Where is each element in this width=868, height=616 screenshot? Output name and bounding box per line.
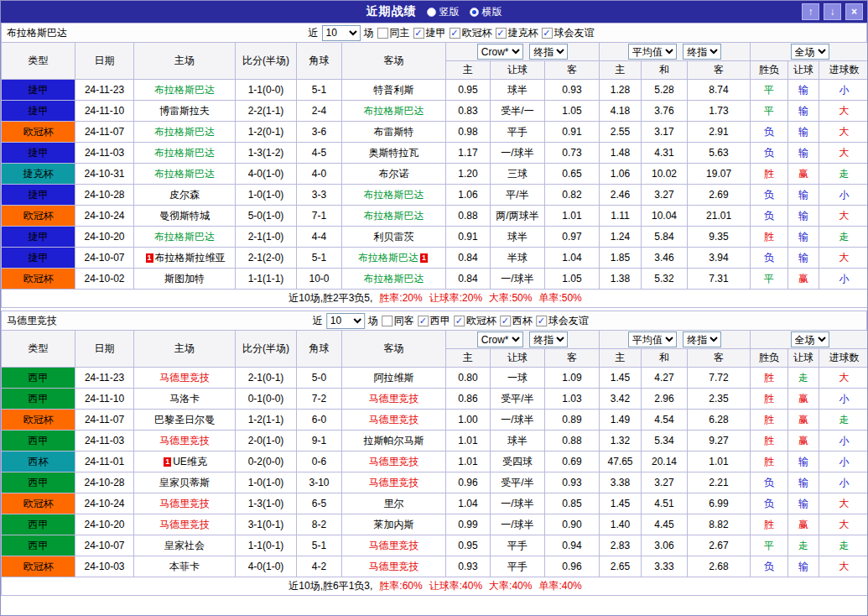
score-cell[interactable]: 1-3(1-2) [236, 143, 297, 164]
away-team-cell[interactable]: 特普利斯 [342, 80, 446, 101]
score-cell[interactable]: 1-1(0-1) [236, 535, 297, 556]
away-team-cell[interactable]: 奥斯特拉瓦 [342, 143, 446, 164]
col-handicap-result: 让球 [788, 349, 819, 368]
home-team-cell[interactable]: 皇家贝蒂斯 [134, 472, 236, 493]
games-count-select[interactable]: 10 [326, 313, 365, 329]
away-team-cell[interactable]: 布拉格斯巴达1 [342, 248, 446, 269]
score-cell[interactable]: 2-1(2-0) [236, 248, 297, 269]
away-team-cell[interactable]: 布拉格斯巴达 [342, 101, 446, 122]
score-cell[interactable]: 2-2(1-1) [236, 101, 297, 122]
close-button[interactable]: × [845, 3, 863, 20]
odds-time-select[interactable]: 终指 [529, 44, 568, 60]
avg-home-cell: 2.83 [600, 535, 642, 556]
league-filter-checkbox[interactable]: 球会友谊 [536, 314, 589, 328]
score-cell[interactable]: 4-0(1-0) [236, 164, 297, 185]
away-team-cell[interactable]: 马德里竞技 [342, 389, 446, 410]
home-team-cell[interactable]: 布拉格斯巴达 [134, 122, 236, 143]
away-team-cell[interactable]: 布雷斯特 [342, 122, 446, 143]
score-cell[interactable]: 5-0(1-0) [236, 206, 297, 227]
away-team-cell[interactable]: 马德里竞技 [342, 410, 446, 431]
bookmaker-select[interactable]: Crow* [477, 44, 523, 60]
date-cell: 24-10-28 [75, 472, 134, 493]
layout-radio-horizontal[interactable]: 横版 [470, 5, 502, 19]
score-cell[interactable]: 2-1(0-1) [236, 368, 297, 389]
league-filter-checkbox[interactable]: 西甲 [418, 314, 450, 328]
league-filter-checkbox[interactable]: 球会友谊 [541, 26, 594, 40]
home-team-cell[interactable]: 马德里竞技 [134, 368, 236, 389]
home-team-cell[interactable]: 马洛卡 [134, 389, 236, 410]
home-team-cell[interactable]: 布拉格斯巴达 [134, 80, 236, 101]
match-scope-select[interactable]: 全场 [791, 331, 829, 347]
score-cell[interactable]: 1-1(0-0) [236, 80, 297, 101]
away-team-cell[interactable]: 马德里竞技 [342, 556, 446, 577]
home-team-cell[interactable]: 布拉格斯巴达 [134, 227, 236, 248]
away-team-cell[interactable]: 莱加内斯 [342, 514, 446, 535]
score-cell[interactable]: 1-3(1-0) [236, 493, 297, 514]
team-name-text: 布尔诺 [379, 168, 409, 180]
home-team-cell[interactable]: 本菲卡 [134, 556, 236, 577]
away-team-cell[interactable]: 布尔诺 [342, 164, 446, 185]
move-down-button[interactable]: ↓ [824, 3, 841, 20]
score-cell[interactable]: 2-1(1-0) [236, 227, 297, 248]
odds-time-select[interactable]: 终指 [529, 331, 568, 347]
same-venue-checkbox[interactable]: 同客 [382, 314, 414, 328]
odds-home-cell: 0.84 [446, 269, 491, 290]
move-up-button[interactable]: ↑ [802, 3, 819, 20]
score-cell[interactable]: 0-2(0-0) [236, 452, 297, 472]
home-team-cell[interactable]: 曼彻斯特城 [134, 206, 236, 227]
home-team-cell[interactable]: 1UE维克 [134, 452, 236, 472]
score-cell[interactable]: 0-1(0-0) [236, 389, 297, 410]
away-team-cell[interactable]: 利贝雷茨 [342, 227, 446, 248]
average-select[interactable]: 平均值 [628, 44, 677, 60]
away-team-cell[interactable]: 布拉格斯巴达 [342, 185, 446, 206]
league-filter-checkbox[interactable]: 欧冠杯 [454, 314, 496, 328]
rate-stat: 大率:50% [489, 292, 532, 304]
score-cell[interactable]: 1-2(1-1) [236, 410, 297, 431]
away-team-cell[interactable]: 马德里竞技 [342, 535, 446, 556]
corners-cell: 4-0 [297, 164, 342, 185]
away-team-cell[interactable]: 里尔 [342, 493, 446, 514]
home-team-cell[interactable]: 1布拉格斯拉维亚 [134, 248, 236, 269]
score-cell[interactable]: 4-0(1-0) [236, 556, 297, 577]
avg-time-select[interactable]: 终指 [683, 44, 721, 60]
layout-radio-vertical[interactable]: 竖版 [427, 5, 460, 19]
score-cell[interactable]: 1-1(1-1) [236, 269, 297, 290]
average-select[interactable]: 平均值 [628, 331, 677, 347]
score-cell[interactable]: 1-2(0-1) [236, 122, 297, 143]
away-team-cell[interactable]: 布拉格斯巴达 [342, 206, 446, 227]
match-scope-select[interactable]: 全场 [791, 44, 829, 60]
score-cell[interactable]: 3-1(0-1) [236, 514, 297, 535]
league-filter-checkbox[interactable]: 西杯 [500, 314, 533, 328]
home-team-cell[interactable]: 布拉格斯巴达 [134, 164, 236, 185]
topbar-center: 近期战绩 竖版 横版 [366, 4, 502, 19]
home-team-cell[interactable]: 巴黎圣日尔曼 [134, 410, 236, 431]
home-team-cell[interactable]: 斯图加特 [134, 269, 236, 290]
league-filter-checkbox[interactable]: 捷克杯 [495, 26, 538, 40]
bookmaker-select[interactable]: Crow* [477, 331, 523, 347]
score-cell[interactable]: 1-0(1-0) [236, 185, 297, 206]
league-filter-checkbox[interactable]: 欧冠杯 [449, 26, 491, 40]
home-team-cell[interactable]: 皮尔森 [134, 185, 236, 206]
away-team-cell[interactable]: 拉斯帕尔马斯 [342, 431, 446, 452]
handicap-result-cell: 输 [788, 206, 819, 227]
date-cell: 24-11-10 [75, 389, 134, 410]
away-team-cell[interactable]: 马德里竞技 [342, 452, 446, 472]
league-filter-checkbox[interactable]: 捷甲 [413, 26, 445, 40]
score-cell[interactable]: 1-0(1-0) [236, 472, 297, 493]
handicap-result-cell: 输 [788, 452, 819, 472]
home-team-cell[interactable]: 马德里竞技 [134, 514, 236, 535]
home-team-cell[interactable]: 马德里竞技 [134, 493, 236, 514]
home-team-cell[interactable]: 博雷斯拉夫 [134, 101, 236, 122]
col-odds-home: 主 [446, 61, 491, 80]
score-cell[interactable]: 2-0(1-0) [236, 431, 297, 452]
avg-away-cell: 6.28 [688, 410, 751, 431]
same-venue-checkbox[interactable]: 同主 [377, 26, 409, 40]
home-team-cell[interactable]: 布拉格斯巴达 [134, 143, 236, 164]
home-team-cell[interactable]: 马德里竞技 [134, 431, 236, 452]
away-team-cell[interactable]: 马德里竞技 [342, 472, 446, 493]
home-team-cell[interactable]: 皇家社会 [134, 535, 236, 556]
games-count-select[interactable]: 10 [321, 25, 360, 41]
avg-time-select[interactable]: 终指 [683, 331, 721, 347]
away-team-cell[interactable]: 阿拉维斯 [342, 368, 446, 389]
away-team-cell[interactable]: 布拉格斯巴达 [342, 269, 446, 290]
